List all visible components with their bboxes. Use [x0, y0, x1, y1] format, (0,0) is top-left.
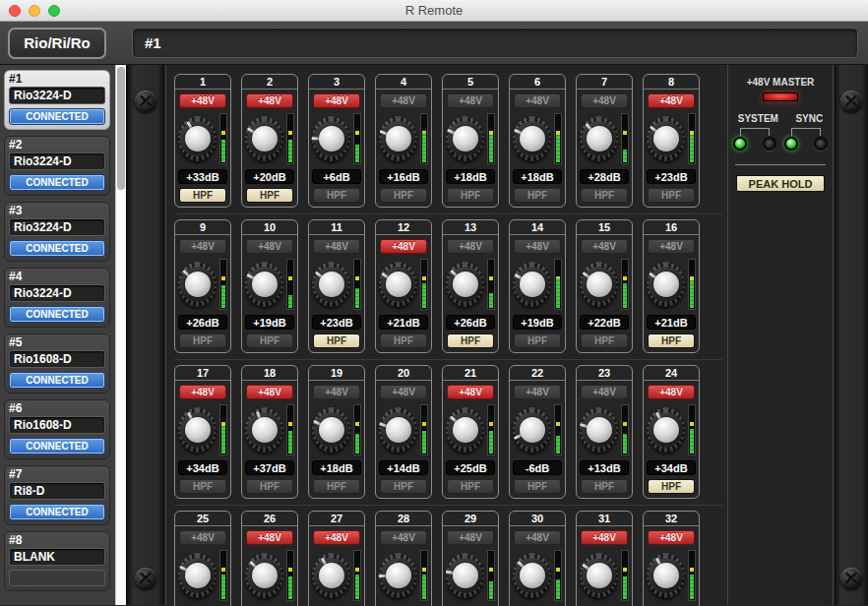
hpf-button[interactable]: HPF [179, 333, 226, 348]
phantom-button[interactable]: +48V [581, 93, 628, 108]
hpf-button[interactable]: HPF [648, 479, 695, 494]
hpf-button[interactable]: HPF [313, 479, 360, 494]
gain-knob[interactable] [513, 553, 551, 598]
hpf-button[interactable]: HPF [246, 479, 293, 494]
gain-knob[interactable] [379, 553, 417, 598]
phantom-button[interactable]: +48V [380, 93, 427, 108]
hpf-button[interactable]: HPF [380, 333, 427, 348]
gain-knob[interactable] [178, 116, 217, 161]
phantom-button[interactable]: +48V [313, 93, 360, 108]
phantom-button[interactable]: +48V [514, 93, 561, 108]
phantom-button[interactable]: +48V [246, 239, 293, 254]
device-group-button[interactable]: Rio/Ri/Ro [8, 28, 106, 59]
gain-knob[interactable] [647, 407, 685, 453]
gain-knob[interactable] [446, 553, 484, 598]
phantom-button[interactable]: +48V [581, 530, 628, 545]
hpf-button[interactable]: HPF [313, 333, 360, 348]
phantom-button[interactable]: +48V [313, 530, 360, 545]
hpf-button[interactable]: HPF [581, 188, 628, 203]
peak-hold-button[interactable]: PEAK HOLD [736, 175, 825, 192]
phantom-button[interactable]: +48V [447, 239, 494, 254]
gain-knob[interactable] [513, 407, 551, 453]
phantom-button[interactable]: +48V [380, 530, 427, 545]
phantom-button[interactable]: +48V [447, 385, 494, 399]
gain-knob[interactable] [580, 553, 618, 598]
gain-knob[interactable] [379, 262, 417, 307]
phantom-button[interactable]: +48V [581, 239, 628, 254]
gain-knob[interactable] [580, 407, 618, 453]
gain-knob[interactable] [245, 116, 283, 161]
phantom-button[interactable]: +48V [648, 530, 695, 545]
gain-knob[interactable] [580, 262, 618, 307]
device-card[interactable]: #6Rio1608-DCONNECTED [4, 399, 110, 459]
hpf-button[interactable]: HPF [246, 188, 293, 203]
gain-knob[interactable] [178, 262, 217, 307]
hpf-button[interactable]: HPF [581, 333, 628, 348]
hpf-button[interactable]: HPF [246, 333, 293, 348]
gain-knob[interactable] [245, 407, 283, 453]
hpf-button[interactable]: HPF [648, 333, 695, 348]
phantom-button[interactable]: +48V [447, 530, 494, 545]
gain-knob[interactable] [178, 553, 217, 598]
phantom-button[interactable]: +48V [246, 385, 293, 399]
gain-knob[interactable] [312, 116, 350, 161]
sidebar-scrollbar[interactable] [115, 65, 126, 605]
phantom-button[interactable]: +48V [581, 385, 628, 399]
hpf-button[interactable]: HPF [447, 479, 494, 494]
hpf-button[interactable]: HPF [380, 479, 427, 494]
phantom-button[interactable]: +48V [246, 93, 293, 108]
hpf-button[interactable]: HPF [179, 188, 226, 203]
close-window-button[interactable] [9, 5, 21, 17]
minimize-window-button[interactable] [29, 5, 40, 17]
hpf-button[interactable]: HPF [514, 479, 561, 494]
phantom-button[interactable]: +48V [179, 530, 226, 545]
phantom-button[interactable]: +48V [179, 93, 226, 108]
gain-knob[interactable] [312, 262, 350, 307]
phantom-button[interactable]: +48V [514, 385, 561, 399]
device-card[interactable]: #3Rio3224-DCONNECTED [4, 202, 110, 262]
gain-knob[interactable] [513, 116, 551, 161]
hpf-button[interactable]: HPF [380, 188, 427, 203]
zoom-window-button[interactable] [48, 5, 60, 17]
hpf-button[interactable]: HPF [447, 188, 494, 203]
gain-knob[interactable] [379, 407, 417, 453]
gain-knob[interactable] [647, 553, 685, 598]
hpf-button[interactable]: HPF [447, 333, 494, 348]
hpf-button[interactable]: HPF [313, 188, 360, 203]
phantom-button[interactable]: +48V [380, 385, 427, 399]
phantom-button[interactable]: +48V [514, 239, 561, 254]
gain-knob[interactable] [245, 553, 283, 598]
gain-knob[interactable] [513, 262, 551, 307]
hpf-button[interactable]: HPF [514, 333, 561, 348]
gain-knob[interactable] [379, 116, 417, 161]
hpf-button[interactable]: HPF [514, 188, 561, 203]
hpf-button[interactable]: HPF [179, 479, 226, 494]
gain-knob[interactable] [178, 407, 217, 453]
hpf-button[interactable]: HPF [581, 479, 628, 494]
device-card[interactable]: #8BLANK [4, 531, 110, 591]
phantom-button[interactable]: +48V [246, 530, 293, 545]
gain-knob[interactable] [580, 116, 618, 161]
hpf-button[interactable]: HPF [648, 188, 695, 203]
phantom-button[interactable]: +48V [447, 93, 494, 108]
gain-knob[interactable] [446, 262, 484, 307]
gain-knob[interactable] [647, 116, 685, 161]
phantom-button[interactable]: +48V [313, 239, 360, 254]
phantom-button[interactable]: +48V [648, 385, 695, 399]
gain-knob[interactable] [312, 553, 350, 598]
gain-knob[interactable] [245, 262, 283, 307]
phantom-button[interactable]: +48V [380, 239, 427, 254]
gain-knob[interactable] [312, 407, 350, 453]
phantom-button[interactable]: +48V [648, 93, 695, 108]
gain-knob[interactable] [647, 262, 685, 307]
device-card[interactable]: #7Ri8-DCONNECTED [4, 465, 110, 525]
phantom-button[interactable]: +48V [179, 385, 226, 399]
phantom-button[interactable]: +48V [648, 239, 695, 254]
device-card[interactable]: #1Rio3224-DCONNECTED [4, 70, 110, 130]
gain-knob[interactable] [446, 407, 484, 453]
gain-knob[interactable] [446, 116, 484, 161]
phantom-button[interactable]: +48V [514, 530, 561, 545]
sidebar-scrollbar-thumb[interactable] [117, 67, 125, 190]
phantom-button[interactable]: +48V [313, 385, 360, 399]
device-card[interactable]: #5Rio1608-DCONNECTED [4, 333, 110, 394]
